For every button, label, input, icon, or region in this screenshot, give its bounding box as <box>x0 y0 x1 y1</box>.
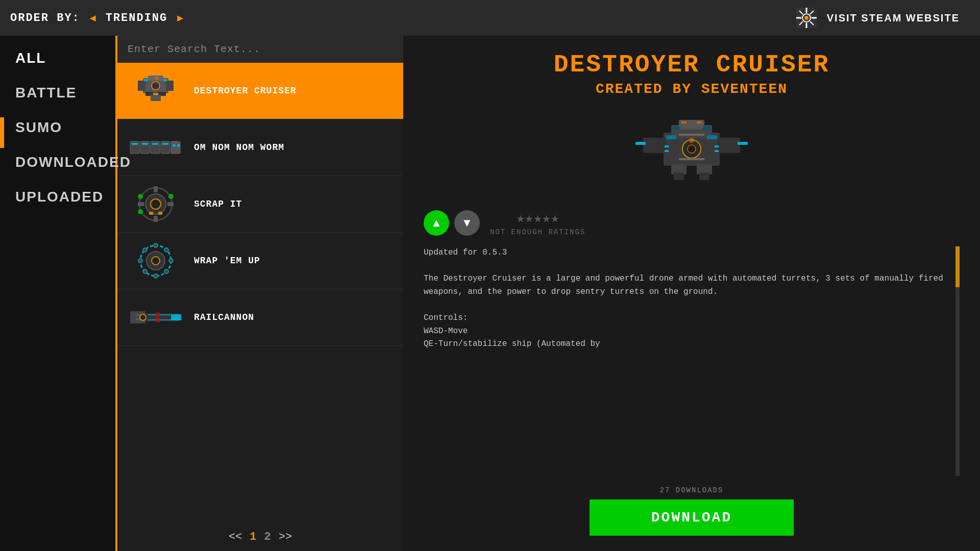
sidebar-item-all[interactable]: ALL <box>0 41 115 76</box>
svg-rect-81 <box>703 127 710 130</box>
sidebar-item-uploaded[interactable]: UPLOADED <box>0 180 115 214</box>
svg-rect-14 <box>166 81 174 91</box>
svg-rect-67 <box>679 120 704 129</box>
svg-point-49 <box>154 274 158 278</box>
detail-panel: DESTROYER CRUISER CREATED BY SEVENTEEN <box>403 36 980 551</box>
detail-image-area <box>424 107 960 199</box>
list-item[interactable]: SCRAP IT <box>117 176 403 233</box>
items-list: DESTROYER CRUISER <box>117 63 403 523</box>
svg-rect-43 <box>158 212 162 215</box>
order-by-label: ORDER BY: <box>10 12 80 24</box>
svg-point-48 <box>154 243 158 247</box>
vote-down-button[interactable]: ▼ <box>454 210 480 236</box>
detail-creator-name: SEVENTEEN <box>701 81 788 97</box>
svg-rect-78 <box>666 135 676 139</box>
svg-rect-31 <box>152 143 158 145</box>
item-name-worm: OM NOM NOM WORM <box>194 142 284 153</box>
svg-rect-77 <box>699 172 709 180</box>
next-order-button[interactable]: ► <box>175 12 185 24</box>
svg-point-69 <box>688 145 696 153</box>
next-page-button[interactable]: >> <box>279 531 292 543</box>
svg-rect-37 <box>167 202 174 206</box>
prev-page-button[interactable]: << <box>229 531 242 543</box>
svg-point-42 <box>138 209 143 214</box>
svg-rect-80 <box>673 127 680 130</box>
steam-icon <box>794 5 819 31</box>
rating-section: ▲ ▼ ★★★★★ NOT ENOUGH RATINGS <box>424 209 960 236</box>
detail-footer: 27 DOWNLOADS DOWNLOAD <box>424 486 960 536</box>
steam-website-button[interactable]: VISIT STEAM WEBSITE <box>783 0 970 36</box>
svg-rect-79 <box>707 135 717 139</box>
stars-section: ★★★★★ NOT ENOUGH RATINGS <box>490 209 585 236</box>
sidebar: ALL BATTLE SUMO DOWNLOADED UPLOADED <box>0 36 117 551</box>
item-thumbnail-scrap <box>125 181 186 227</box>
detail-title: DESTROYER CRUISER <box>424 51 960 79</box>
svg-rect-89 <box>679 158 704 160</box>
download-button[interactable]: DOWNLOAD <box>590 499 794 536</box>
svg-point-55 <box>164 269 168 273</box>
svg-point-90 <box>689 138 694 143</box>
header-bar: ORDER BY: ◄ TRENDING ► VISIT STEAM WEBSI… <box>0 0 980 36</box>
description-text: The Destroyer Cruiser is a large and pow… <box>424 274 948 348</box>
svg-point-35 <box>151 199 161 209</box>
detail-description[interactable]: Updated for 0.5.3 The Destroyer Cruiser … <box>424 246 960 476</box>
order-by-section: ORDER BY: ◄ TRENDING ► <box>10 12 185 24</box>
svg-rect-39 <box>154 216 158 222</box>
search-input[interactable] <box>128 43 393 55</box>
svg-rect-64 <box>156 312 160 322</box>
svg-rect-85 <box>665 150 669 152</box>
sidebar-item-battle[interactable]: BATTLE <box>0 76 115 110</box>
vote-buttons: ▲ ▼ <box>424 210 480 236</box>
svg-rect-13 <box>138 81 145 91</box>
svg-point-10 <box>804 16 808 20</box>
svg-point-41 <box>168 194 174 199</box>
sidebar-item-downloaded[interactable]: DOWNLOADED <box>0 145 115 180</box>
sidebar-item-sumo[interactable]: SUMO <box>0 110 115 145</box>
svg-rect-82 <box>681 121 687 123</box>
order-value-label: TRENDING <box>106 12 168 24</box>
svg-rect-36 <box>138 202 144 206</box>
list-item[interactable]: WRAP 'EM UP <box>117 233 403 289</box>
pagination: << 1 2 >> <box>117 523 403 551</box>
svg-rect-70 <box>643 138 666 153</box>
list-item[interactable]: DESTROYER CRUISER <box>117 63 403 119</box>
svg-point-53 <box>164 248 168 252</box>
item-name-wrap: WRAP 'EM UP <box>194 256 260 266</box>
search-bar <box>117 36 403 63</box>
svg-rect-71 <box>717 138 740 153</box>
description-wrapper: Updated for 0.5.3 The Destroyer Cruiser … <box>424 246 960 476</box>
prev-order-button[interactable]: ◄ <box>88 12 98 24</box>
svg-rect-76 <box>674 172 684 180</box>
svg-rect-29 <box>132 143 138 145</box>
list-item[interactable]: RAILCANNON <box>117 289 403 346</box>
item-name-destroyer: DESTROYER CRUISER <box>194 86 297 96</box>
svg-point-47 <box>152 257 160 265</box>
svg-rect-20 <box>163 79 167 81</box>
svg-rect-86 <box>715 145 719 147</box>
svg-rect-44 <box>149 212 153 215</box>
svg-point-27 <box>173 144 176 147</box>
svg-rect-84 <box>665 145 669 147</box>
svg-rect-72 <box>635 142 646 145</box>
middle-panel: DESTROYER CRUISER <box>117 36 403 551</box>
scrollbar[interactable] <box>955 246 960 476</box>
ratings-label: NOT ENOUGH RATINGS <box>490 228 585 236</box>
item-name-rail: RAILCANNON <box>194 312 254 322</box>
item-name-scrap: SCRAP IT <box>194 199 242 209</box>
svg-point-50 <box>138 259 142 263</box>
vote-up-button[interactable]: ▲ <box>424 210 449 236</box>
list-item[interactable]: OM NOM NOM WORM <box>117 119 403 176</box>
svg-rect-73 <box>738 142 748 145</box>
svg-point-61 <box>140 314 146 320</box>
svg-rect-30 <box>142 143 148 145</box>
page-1-button[interactable]: 1 <box>250 531 256 543</box>
svg-point-15 <box>152 82 160 90</box>
page-2-button[interactable]: 2 <box>264 531 271 543</box>
svg-rect-32 <box>162 143 168 145</box>
svg-rect-83 <box>697 121 702 123</box>
stars-display: ★★★★★ <box>516 209 559 227</box>
steam-button-label: VISIT STEAM WEBSITE <box>827 12 960 24</box>
svg-point-52 <box>143 248 147 252</box>
detail-creator: CREATED BY SEVENTEEN <box>424 81 960 97</box>
item-thumbnail-worm <box>125 124 186 170</box>
